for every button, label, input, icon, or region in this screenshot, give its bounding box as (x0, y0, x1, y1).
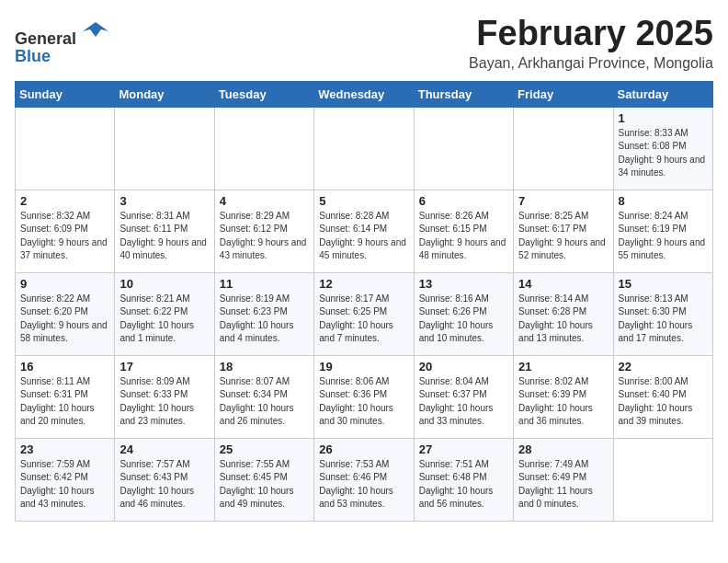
calendar-week-row: 2Sunrise: 8:32 AM Sunset: 6:09 PM Daylig… (16, 190, 713, 272)
day-info: Sunrise: 8:24 AM Sunset: 6:19 PM Dayligh… (619, 210, 708, 263)
day-number: 27 (419, 442, 508, 456)
calendar-day-cell (514, 107, 613, 190)
day-number: 6 (419, 194, 508, 208)
calendar-header-cell: Wednesday (314, 81, 414, 107)
calendar-header-cell: Tuesday (214, 81, 313, 107)
day-info: Sunrise: 8:17 AM Sunset: 6:25 PM Dayligh… (319, 293, 408, 346)
day-info: Sunrise: 7:49 AM Sunset: 6:49 PM Dayligh… (518, 458, 608, 511)
day-info: Sunrise: 7:53 AM Sunset: 6:46 PM Dayligh… (319, 458, 408, 511)
day-info: Sunrise: 7:59 AM Sunset: 6:42 PM Dayligh… (20, 458, 109, 511)
day-info: Sunrise: 7:55 AM Sunset: 6:45 PM Dayligh… (220, 458, 309, 511)
day-number: 24 (119, 442, 209, 456)
day-info: Sunrise: 8:14 AM Sunset: 6:28 PM Dayligh… (518, 293, 608, 346)
calendar-day-cell: 14Sunrise: 8:14 AM Sunset: 6:28 PM Dayli… (514, 272, 613, 355)
calendar-day-cell: 9Sunrise: 8:22 AM Sunset: 6:20 PM Daylig… (16, 272, 115, 355)
calendar-table: SundayMondayTuesdayWednesdayThursdayFrid… (15, 81, 713, 522)
day-number: 19 (319, 360, 408, 373)
day-number: 5 (319, 194, 408, 208)
day-number: 15 (619, 277, 708, 291)
day-info: Sunrise: 8:29 AM Sunset: 6:12 PM Dayligh… (220, 210, 309, 263)
location-title: Bayan, Arkhangai Province, Mongolia (469, 55, 713, 72)
title-block: February 2025 Bayan, Arkhangai Province,… (469, 15, 713, 72)
calendar-day-cell: 3Sunrise: 8:31 AM Sunset: 6:11 PM Daylig… (115, 190, 214, 272)
day-info: Sunrise: 8:19 AM Sunset: 6:23 PM Dayligh… (220, 293, 309, 346)
calendar-day-cell: 22Sunrise: 8:00 AM Sunset: 6:40 PM Dayli… (613, 355, 712, 438)
day-info: Sunrise: 8:16 AM Sunset: 6:26 PM Dayligh… (419, 293, 508, 346)
calendar-header-cell: Sunday (16, 81, 115, 107)
day-info: Sunrise: 8:31 AM Sunset: 6:11 PM Dayligh… (119, 210, 209, 263)
calendar-day-cell: 10Sunrise: 8:21 AM Sunset: 6:22 PM Dayli… (115, 272, 214, 355)
day-info: Sunrise: 8:25 AM Sunset: 6:17 PM Dayligh… (518, 210, 608, 263)
day-number: 22 (619, 360, 708, 373)
day-number: 11 (220, 277, 309, 291)
logo-general: General (15, 29, 76, 48)
day-number: 21 (518, 360, 608, 373)
day-info: Sunrise: 8:06 AM Sunset: 6:36 PM Dayligh… (319, 375, 408, 429)
day-info: Sunrise: 7:57 AM Sunset: 6:43 PM Dayligh… (119, 458, 209, 511)
calendar-day-cell: 16Sunrise: 8:11 AM Sunset: 6:31 PM Dayli… (16, 355, 115, 438)
day-number: 8 (619, 194, 708, 208)
calendar-day-cell (613, 438, 712, 521)
calendar-day-cell: 2Sunrise: 8:32 AM Sunset: 6:09 PM Daylig… (16, 190, 115, 272)
svg-marker-0 (83, 22, 108, 37)
calendar-week-row: 9Sunrise: 8:22 AM Sunset: 6:20 PM Daylig… (16, 272, 713, 355)
day-number: 10 (119, 277, 209, 291)
calendar-day-cell: 28Sunrise: 7:49 AM Sunset: 6:49 PM Dayli… (514, 438, 613, 521)
day-info: Sunrise: 8:22 AM Sunset: 6:20 PM Dayligh… (20, 293, 109, 346)
day-info: Sunrise: 8:32 AM Sunset: 6:09 PM Dayligh… (20, 210, 109, 263)
calendar-body: 1Sunrise: 8:33 AM Sunset: 6:08 PM Daylig… (16, 107, 713, 521)
calendar-header-cell: Saturday (613, 81, 712, 107)
calendar-day-cell (314, 107, 414, 190)
day-info: Sunrise: 8:33 AM Sunset: 6:08 PM Dayligh… (619, 127, 708, 180)
calendar-day-cell (414, 107, 513, 190)
day-number: 20 (419, 360, 508, 373)
calendar-day-cell: 21Sunrise: 8:02 AM Sunset: 6:39 PM Dayli… (514, 355, 613, 438)
calendar-day-cell: 7Sunrise: 8:25 AM Sunset: 6:17 PM Daylig… (514, 190, 613, 272)
calendar-day-cell: 11Sunrise: 8:19 AM Sunset: 6:23 PM Dayli… (214, 272, 313, 355)
day-info: Sunrise: 8:13 AM Sunset: 6:30 PM Dayligh… (619, 293, 708, 346)
day-number: 14 (518, 277, 608, 291)
calendar-day-cell: 25Sunrise: 7:55 AM Sunset: 6:45 PM Dayli… (214, 438, 313, 521)
logo: General Blue (15, 18, 108, 65)
calendar-week-row: 1Sunrise: 8:33 AM Sunset: 6:08 PM Daylig… (16, 107, 713, 190)
day-info: Sunrise: 8:04 AM Sunset: 6:37 PM Dayligh… (419, 375, 508, 429)
logo-blue: Blue (15, 47, 51, 65)
calendar-week-row: 16Sunrise: 8:11 AM Sunset: 6:31 PM Dayli… (16, 355, 713, 438)
calendar-day-cell: 20Sunrise: 8:04 AM Sunset: 6:37 PM Dayli… (414, 355, 513, 438)
calendar-day-cell: 5Sunrise: 8:28 AM Sunset: 6:14 PM Daylig… (314, 190, 414, 272)
calendar-day-cell (115, 107, 214, 190)
day-number: 28 (518, 442, 608, 456)
calendar-day-cell: 15Sunrise: 8:13 AM Sunset: 6:30 PM Dayli… (613, 272, 712, 355)
day-number: 23 (20, 442, 109, 456)
day-info: Sunrise: 8:11 AM Sunset: 6:31 PM Dayligh… (20, 375, 109, 429)
day-info: Sunrise: 8:28 AM Sunset: 6:14 PM Dayligh… (319, 210, 408, 263)
calendar-day-cell: 12Sunrise: 8:17 AM Sunset: 6:25 PM Dayli… (314, 272, 414, 355)
calendar-day-cell: 24Sunrise: 7:57 AM Sunset: 6:43 PM Dayli… (115, 438, 214, 521)
day-number: 13 (419, 277, 508, 291)
calendar-header-cell: Friday (514, 81, 613, 107)
day-info: Sunrise: 8:26 AM Sunset: 6:15 PM Dayligh… (419, 210, 508, 263)
calendar-day-cell (16, 107, 115, 190)
calendar-day-cell: 27Sunrise: 7:51 AM Sunset: 6:48 PM Dayli… (414, 438, 513, 521)
day-number: 18 (220, 360, 309, 373)
day-info: Sunrise: 8:00 AM Sunset: 6:40 PM Dayligh… (619, 375, 708, 429)
day-number: 7 (518, 194, 608, 208)
day-number: 3 (119, 194, 209, 208)
logo-bird-icon (83, 18, 108, 44)
day-number: 4 (220, 194, 309, 208)
calendar-day-cell: 19Sunrise: 8:06 AM Sunset: 6:36 PM Dayli… (314, 355, 414, 438)
day-info: Sunrise: 8:07 AM Sunset: 6:34 PM Dayligh… (220, 375, 309, 429)
calendar-day-cell: 18Sunrise: 8:07 AM Sunset: 6:34 PM Dayli… (214, 355, 313, 438)
day-number: 17 (119, 360, 209, 373)
calendar-day-cell: 23Sunrise: 7:59 AM Sunset: 6:42 PM Dayli… (16, 438, 115, 521)
day-info: Sunrise: 7:51 AM Sunset: 6:48 PM Dayligh… (419, 458, 508, 511)
calendar-day-cell: 8Sunrise: 8:24 AM Sunset: 6:19 PM Daylig… (613, 190, 712, 272)
day-number: 2 (20, 194, 109, 208)
page-header: General Blue February 2025 Bayan, Arkhan… (15, 15, 713, 72)
calendar-day-cell (214, 107, 313, 190)
calendar-day-cell: 17Sunrise: 8:09 AM Sunset: 6:33 PM Dayli… (115, 355, 214, 438)
day-number: 25 (220, 442, 309, 456)
calendar-day-cell: 4Sunrise: 8:29 AM Sunset: 6:12 PM Daylig… (214, 190, 313, 272)
day-number: 16 (20, 360, 109, 373)
calendar-day-cell: 1Sunrise: 8:33 AM Sunset: 6:08 PM Daylig… (613, 107, 712, 190)
